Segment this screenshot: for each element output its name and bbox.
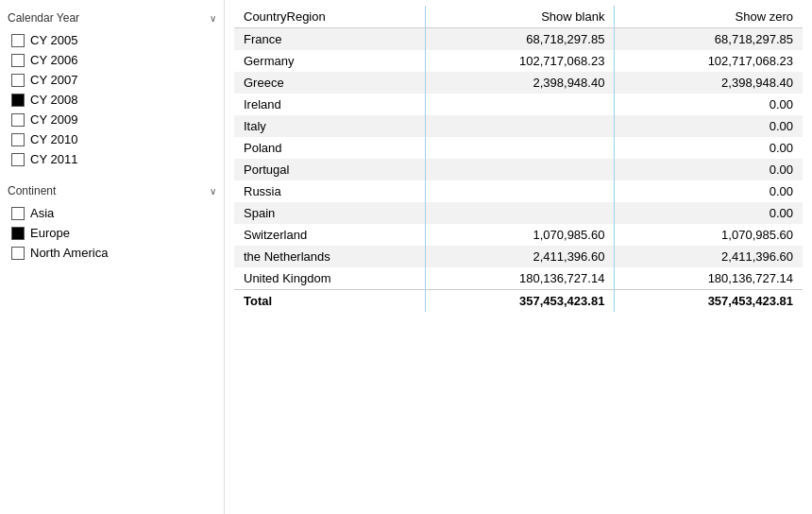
calendar-year-chevron: ∨ [210,13,216,24]
continent-label: Continent [8,184,56,197]
checkbox[interactable] [11,227,25,240]
show-zero-cell: 0.00 [615,94,803,115]
country-cell: Greece [234,72,426,94]
table-row: Switzerland1,070,985.601,070,985.60 [234,224,803,246]
checkbox[interactable] [11,153,25,166]
sidebar: Calendar Year ∨ CY 2005CY 2006CY 2007CY … [0,0,225,514]
table-row: France68,718,297.8568,718,297.85 [234,28,803,51]
filter-item-label: CY 2008 [30,93,77,107]
data-table: CountryRegionShow blankShow zero France6… [234,6,803,312]
table-row: Portugal0.00 [234,159,803,180]
filter-item[interactable]: North America [8,243,224,263]
show-blank-cell [426,202,615,224]
filter-item[interactable]: CY 2006 [8,50,224,70]
checkbox[interactable] [11,247,25,260]
show-zero-cell: 0.00 [615,115,803,137]
filter-item[interactable]: CY 2011 [8,149,224,169]
show-zero-cell: 68,718,297.85 [615,28,803,51]
filter-item-label: North America [30,246,108,260]
table-row: United Kingdom180,136,727.14180,136,727.… [234,267,803,290]
filter-item[interactable]: Europe [8,223,224,243]
filter-item-label: Europe [30,226,70,240]
checkbox[interactable] [11,34,25,47]
checkbox[interactable] [11,94,25,107]
filter-item[interactable]: CY 2005 [8,30,224,50]
show-zero-cell: 0.00 [615,137,803,159]
footer-label: Total [234,290,426,313]
continent-chevron: ∨ [210,186,216,197]
filter-item-label: CY 2009 [30,112,77,127]
country-cell: Poland [234,137,426,159]
calendar-year-items: CY 2005CY 2006CY 2007CY 2008CY 2009CY 20… [8,30,224,169]
filter-item-label: CY 2007 [30,73,77,87]
checkbox[interactable] [11,113,25,127]
show-blank-cell: 1,070,985.60 [426,224,615,246]
show-blank-cell [426,137,615,159]
country-cell: Germany [234,50,426,72]
show-blank-cell: 2,411,396.60 [426,246,615,267]
filter-item[interactable]: CY 2009 [8,110,224,129]
table-row: Russia0.00 [234,180,803,202]
show-zero-cell: 0.00 [615,159,803,180]
calendar-year-label: Calendar Year [8,11,79,25]
show-blank-cell: 180,136,727.14 [426,267,615,290]
show-zero-cell: 1,070,985.60 [615,224,803,246]
table-header: CountryRegionShow blankShow zero [234,6,803,28]
filter-item[interactable]: Asia [8,203,224,223]
show-zero-cell: 2,398,948.40 [615,72,803,94]
filter-item[interactable]: CY 2010 [8,129,224,149]
show-blank-cell [426,115,615,137]
filter-item-label: CY 2005 [30,33,77,47]
show-blank-cell [426,94,615,115]
filter-item[interactable]: CY 2008 [8,90,224,110]
continent-items: AsiaEuropeNorth America [8,203,224,263]
show-zero-cell: 102,717,068.23 [615,50,803,72]
country-cell: France [234,28,426,51]
calendar-year-filter-header[interactable]: Calendar Year ∨ [8,8,224,28]
col-header-show-zero: Show zero [615,6,803,28]
show-zero-cell: 0.00 [615,202,803,224]
country-cell: Russia [234,180,426,202]
country-cell: Portugal [234,159,426,180]
show-blank-cell: 102,717,068.23 [426,50,615,72]
main-content: CountryRegionShow blankShow zero France6… [225,0,812,514]
country-cell: Ireland [234,94,426,115]
table-body: France68,718,297.8568,718,297.85Germany1… [234,28,803,290]
show-blank-cell [426,159,615,180]
table-row: the Netherlands2,411,396.602,411,396.60 [234,246,803,267]
table-footer: Total357,453,423.81357,453,423.81 [234,290,803,313]
show-blank-cell: 2,398,948.40 [426,72,615,94]
show-zero-cell: 2,411,396.60 [615,246,803,267]
filter-item-label: CY 2006 [30,53,77,67]
table-row: Spain0.00 [234,202,803,224]
continent-filter-header[interactable]: Continent ∨ [8,180,224,201]
country-cell: Italy [234,115,426,137]
show-blank-cell [426,180,615,202]
country-cell: Switzerland [234,224,426,246]
table-row: Greece2,398,948.402,398,948.40 [234,72,803,94]
col-header-show-blank: Show blank [426,6,615,28]
table-row: Ireland0.00 [234,94,803,115]
show-zero-cell: 0.00 [615,180,803,202]
checkbox[interactable] [11,54,25,67]
table-row: Germany102,717,068.23102,717,068.23 [234,50,803,72]
show-blank-cell: 68,718,297.85 [426,28,615,51]
checkbox[interactable] [11,207,25,220]
filter-item-label: CY 2010 [30,132,77,146]
checkbox[interactable] [11,74,25,87]
filter-item[interactable]: CY 2007 [8,70,224,90]
table-row: Italy0.00 [234,115,803,137]
checkbox[interactable] [11,133,25,146]
footer-show-zero: 357,453,423.81 [615,290,803,313]
filter-item-label: CY 2011 [30,152,77,166]
show-zero-cell: 180,136,727.14 [615,267,803,290]
footer-show-blank: 357,453,423.81 [426,290,615,313]
table-row: Poland0.00 [234,137,803,159]
country-cell: the Netherlands [234,246,426,267]
filter-item-label: Asia [30,206,54,220]
country-cell: Spain [234,202,426,224]
country-cell: United Kingdom [234,267,426,290]
col-header-countryregion: CountryRegion [234,6,426,28]
